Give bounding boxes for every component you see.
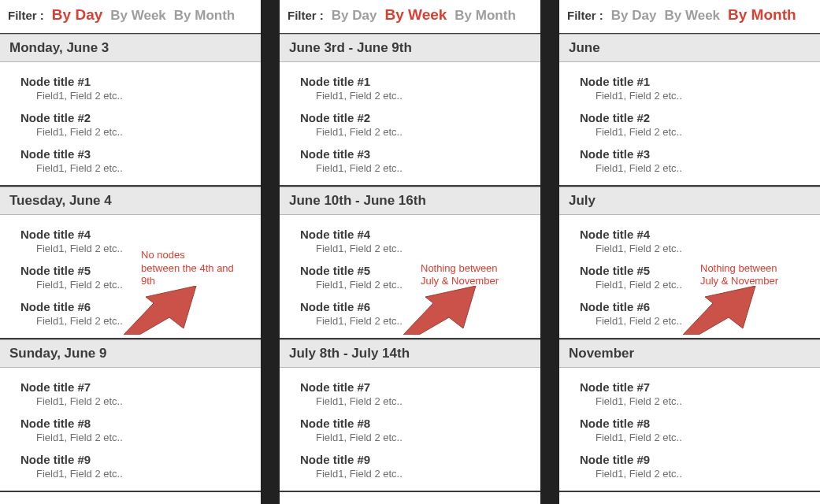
filter-option-by-month[interactable]: By Month xyxy=(174,8,235,24)
node-list: Node title #4Field1, Field 2 etc..Node t… xyxy=(280,215,540,339)
list-item[interactable]: Node title #3Field1, Field 2 etc.. xyxy=(0,143,261,179)
list-item[interactable]: Node title #9Field1, Field 2 etc.. xyxy=(559,448,820,484)
date-section: NovemberNode title #7Field1, Field 2 etc… xyxy=(559,339,820,492)
date-section: June 3rd - June 9thNode title #1Field1, … xyxy=(280,34,540,187)
node-list: Node title #1Field1, Field 2 etc..Node t… xyxy=(559,62,820,187)
node-title: Node title #1 xyxy=(580,75,820,88)
list-item[interactable]: Node title #8Field1, Field 2 etc.. xyxy=(280,412,540,448)
node-fields: Field1, Field 2 etc.. xyxy=(300,162,540,174)
list-item[interactable]: Node title #7Field1, Field 2 etc.. xyxy=(0,376,261,412)
node-title: Node title #7 xyxy=(580,380,820,394)
list-item[interactable]: Node title #1Field1, Field 2 etc.. xyxy=(280,70,540,106)
node-title: Node title #8 xyxy=(300,417,540,430)
node-fields: Field1, Field 2 etc.. xyxy=(20,243,261,254)
section-header: June xyxy=(559,34,820,62)
list-item[interactable]: Node title #8Field1, Field 2 etc.. xyxy=(559,412,820,448)
node-fields: Field1, Field 2 etc.. xyxy=(20,162,261,174)
list-item[interactable]: Node title #5Field1, Field 2 etc.. xyxy=(0,259,261,295)
list-item[interactable]: Node title #4Field1, Field 2 etc.. xyxy=(0,223,261,259)
list-item[interactable]: Node title #5Field1, Field 2 etc.. xyxy=(559,259,820,295)
date-section: June 10th - June 16thNode title #4Field1… xyxy=(280,187,540,339)
node-fields: Field1, Field 2 etc.. xyxy=(580,468,820,480)
filter-option-by-month[interactable]: By Month xyxy=(455,8,515,24)
node-title: Node title #4 xyxy=(20,228,261,241)
list-item[interactable]: Node title #9Field1, Field 2 etc.. xyxy=(280,448,540,484)
node-fields: Field1, Field 2 etc.. xyxy=(580,279,820,291)
node-list: Node title #7Field1, Field 2 etc..Node t… xyxy=(0,368,261,492)
node-title: Node title #8 xyxy=(20,417,261,430)
list-item[interactable]: Node title #6Field1, Field 2 etc.. xyxy=(0,295,261,332)
node-list: Node title #1Field1, Field 2 etc..Node t… xyxy=(0,62,261,187)
node-fields: Field1, Field 2 etc.. xyxy=(300,395,540,407)
filter-bar: Filter :By DayBy WeekBy Month xyxy=(559,0,820,34)
list-item[interactable]: Node title #2Field1, Field 2 etc.. xyxy=(280,106,540,143)
node-title: Node title #7 xyxy=(20,380,261,394)
node-title: Node title #5 xyxy=(580,264,820,277)
list-item[interactable]: Node title #5Field1, Field 2 etc.. xyxy=(280,259,540,295)
node-title: Node title #4 xyxy=(300,228,540,241)
node-fields: Field1, Field 2 etc.. xyxy=(580,126,820,138)
section-header: November xyxy=(559,339,820,368)
date-section: Sunday, June 9Node title #7Field1, Field… xyxy=(0,339,261,492)
filter-option-by-month[interactable]: By Month xyxy=(728,6,796,24)
list-item[interactable]: Node title #7Field1, Field 2 etc.. xyxy=(280,376,540,412)
node-fields: Field1, Field 2 etc.. xyxy=(300,90,540,102)
node-fields: Field1, Field 2 etc.. xyxy=(300,432,540,443)
filter-bar: Filter :By DayBy WeekBy Month xyxy=(0,0,261,34)
list-item[interactable]: Node title #4Field1, Field 2 etc.. xyxy=(559,223,820,259)
node-fields: Field1, Field 2 etc.. xyxy=(20,90,261,102)
section-header: Monday, June 3 xyxy=(0,34,261,62)
node-fields: Field1, Field 2 etc.. xyxy=(20,395,261,407)
list-item[interactable]: Node title #7Field1, Field 2 etc.. xyxy=(559,376,820,412)
node-fields: Field1, Field 2 etc.. xyxy=(580,395,820,407)
list-item[interactable]: Node title #3Field1, Field 2 etc.. xyxy=(280,143,540,179)
node-title: Node title #3 xyxy=(300,147,540,161)
date-section: Tuesday, June 4Node title #4Field1, Fiel… xyxy=(0,187,261,339)
list-item[interactable]: Node title #1Field1, Field 2 etc.. xyxy=(559,70,820,106)
node-fields: Field1, Field 2 etc.. xyxy=(20,279,261,291)
node-fields: Field1, Field 2 etc.. xyxy=(300,315,540,327)
list-item[interactable]: Node title #3Field1, Field 2 etc.. xyxy=(559,143,820,179)
node-fields: Field1, Field 2 etc.. xyxy=(20,315,261,327)
node-title: Node title #2 xyxy=(300,111,540,124)
list-item[interactable]: Node title #9Field1, Field 2 etc.. xyxy=(0,448,261,484)
node-fields: Field1, Field 2 etc.. xyxy=(300,243,540,254)
node-title: Node title #6 xyxy=(300,300,540,313)
filter-option-by-week[interactable]: By Week xyxy=(664,8,720,24)
node-title: Node title #9 xyxy=(20,453,261,466)
section-header: July 8th - July 14th xyxy=(280,339,540,368)
date-section: July 8th - July 14thNode title #7Field1,… xyxy=(280,339,540,492)
node-fields: Field1, Field 2 etc.. xyxy=(300,279,540,291)
list-item[interactable]: Node title #1Field1, Field 2 etc.. xyxy=(0,70,261,106)
node-fields: Field1, Field 2 etc.. xyxy=(580,432,820,443)
list-item[interactable]: Node title #6Field1, Field 2 etc.. xyxy=(559,295,820,332)
node-fields: Field1, Field 2 etc.. xyxy=(20,126,261,138)
date-section: Monday, June 3Node title #1Field1, Field… xyxy=(0,34,261,187)
list-item[interactable]: Node title #4Field1, Field 2 etc.. xyxy=(280,223,540,259)
list-item[interactable]: Node title #8Field1, Field 2 etc.. xyxy=(0,412,261,448)
node-fields: Field1, Field 2 etc.. xyxy=(580,162,820,174)
section-header: June 10th - June 16th xyxy=(280,187,540,215)
list-item[interactable]: Node title #2Field1, Field 2 etc.. xyxy=(0,106,261,143)
node-list: Node title #7Field1, Field 2 etc..Node t… xyxy=(280,368,540,492)
filter-option-by-day[interactable]: By Day xyxy=(611,8,657,24)
node-title: Node title #9 xyxy=(300,453,540,466)
filter-option-by-day[interactable]: By Day xyxy=(332,8,377,24)
node-list: Node title #4Field1, Field 2 etc..Node t… xyxy=(0,215,261,339)
filter-label: Filter : xyxy=(567,9,603,22)
list-item[interactable]: Node title #2Field1, Field 2 etc.. xyxy=(559,106,820,143)
date-section: JulyNode title #4Field1, Field 2 etc..No… xyxy=(559,187,820,339)
filter-option-by-day[interactable]: By Day xyxy=(52,6,102,24)
node-title: Node title #1 xyxy=(300,75,540,88)
node-fields: Field1, Field 2 etc.. xyxy=(300,126,540,138)
section-header: Sunday, June 9 xyxy=(0,339,261,368)
node-title: Node title #6 xyxy=(580,300,820,313)
node-title: Node title #3 xyxy=(20,147,261,161)
node-title: Node title #2 xyxy=(20,111,261,124)
filter-option-by-week[interactable]: By Week xyxy=(384,6,447,24)
filter-option-by-week[interactable]: By Week xyxy=(110,8,166,24)
node-list: Node title #7Field1, Field 2 etc..Node t… xyxy=(559,368,820,492)
node-fields: Field1, Field 2 etc.. xyxy=(300,468,540,480)
node-title: Node title #5 xyxy=(300,264,540,277)
list-item[interactable]: Node title #6Field1, Field 2 etc.. xyxy=(280,295,540,332)
